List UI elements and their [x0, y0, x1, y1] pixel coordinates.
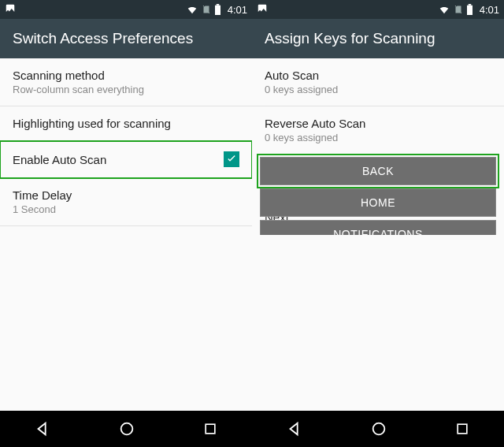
notifications-button[interactable]: NOTIFICATIONS: [260, 220, 496, 235]
svg-point-2: [121, 423, 133, 435]
screenshot-icon: [257, 3, 268, 17]
wifi-icon: [438, 4, 450, 15]
status-time: 4:01: [228, 4, 247, 16]
battery-icon: [466, 4, 473, 15]
screenshot-icon: [5, 3, 16, 17]
sim-off-icon: [454, 4, 463, 15]
svg-rect-0: [215, 6, 220, 15]
nav-home-icon[interactable]: [370, 420, 387, 438]
row-title: Time Delay: [13, 188, 239, 202]
checkbox-checked-icon[interactable]: [224, 151, 239, 167]
nav-home-icon[interactable]: [118, 420, 135, 438]
app-bar-title: Assign Keys for Scanning: [252, 19, 504, 58]
row-reverse-auto-scan[interactable]: Reverse Auto Scan 0 keys assigned: [252, 106, 504, 154]
row-subtitle: Row-column scan everything: [13, 84, 239, 95]
svg-rect-3: [206, 424, 215, 434]
phone-right: 4:01 Assign Keys for Scanning Auto Scan …: [252, 0, 504, 447]
navigation-bar: [0, 411, 252, 447]
home-button[interactable]: HOME: [260, 188, 496, 217]
button-label: NOTIFICATIONS: [333, 228, 423, 235]
button-label: BACK: [362, 165, 394, 177]
navigation-bar: [252, 411, 504, 447]
action-button-stack: Next 0 keys assigned BACK HOME NOTIFICAT…: [252, 157, 504, 235]
status-bar: 4:01: [252, 0, 504, 19]
svg-rect-1: [216, 4, 219, 6]
row-subtitle: 0 keys assigned: [265, 132, 491, 143]
sim-off-icon: [202, 4, 211, 15]
phone-left: 4:01 Switch Access Preferences Scanning …: [0, 0, 252, 447]
row-scanning-method[interactable]: Scanning method Row-column scan everythi…: [0, 58, 252, 106]
page-title: Assign Keys for Scanning: [265, 30, 435, 47]
spacer: [252, 235, 504, 412]
settings-list: Scanning method Row-column scan everythi…: [0, 58, 252, 235]
battery-icon: [214, 4, 221, 15]
nav-recent-icon[interactable]: [454, 421, 470, 437]
row-highlighting[interactable]: Highlighting used for scanning: [0, 106, 252, 141]
row-subtitle: 1 Second: [13, 203, 239, 215]
row-time-delay[interactable]: Time Delay 1 Second: [0, 178, 252, 226]
wifi-icon: [186, 4, 198, 15]
row-title: Reverse Auto Scan: [265, 117, 491, 130]
row-title: Enable Auto Scan: [13, 153, 224, 166]
page-title: Switch Access Preferences: [13, 30, 193, 47]
row-title: Scanning method: [13, 69, 239, 82]
app-bar-title: Switch Access Preferences: [0, 19, 252, 58]
row-title: Highlighting used for scanning: [13, 117, 239, 130]
row-title: Auto Scan: [265, 69, 491, 82]
nav-back-icon[interactable]: [286, 420, 303, 438]
row-auto-scan[interactable]: Auto Scan 0 keys assigned: [252, 58, 504, 106]
row-subtitle: 0 keys assigned: [265, 84, 491, 95]
svg-rect-5: [468, 4, 471, 6]
nav-back-icon[interactable]: [34, 420, 51, 438]
svg-point-6: [373, 423, 385, 435]
svg-rect-7: [458, 424, 467, 434]
row-assign-keys-scanning[interactable]: Assign Keys for Scanning: [0, 226, 252, 235]
spacer: [0, 235, 252, 412]
status-bar: 4:01: [0, 0, 252, 19]
status-time: 4:01: [480, 4, 499, 16]
nav-recent-icon[interactable]: [202, 421, 218, 437]
assign-content: Auto Scan 0 keys assigned Reverse Auto S…: [252, 58, 504, 235]
button-label: HOME: [361, 196, 395, 209]
row-enable-auto-scan[interactable]: Enable Auto Scan: [0, 141, 252, 178]
back-button[interactable]: BACK: [260, 157, 496, 185]
svg-rect-4: [467, 6, 472, 15]
